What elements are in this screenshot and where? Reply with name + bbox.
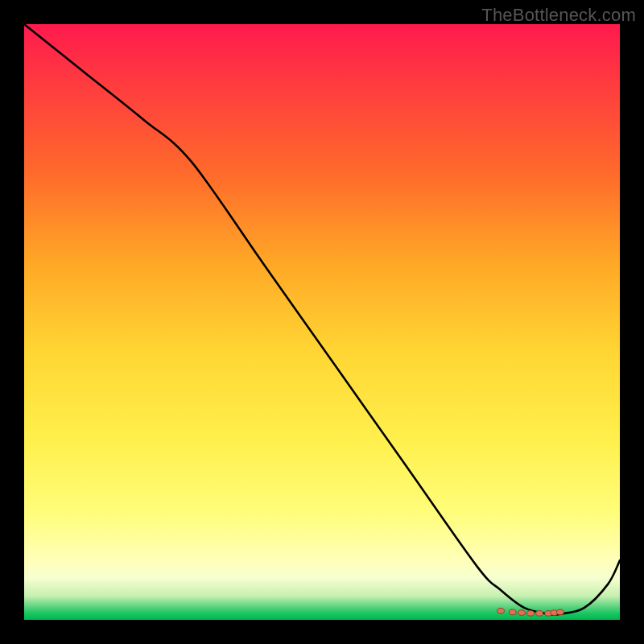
optimal-marker	[536, 611, 543, 617]
optimal-marker	[509, 609, 516, 615]
optimal-marker	[527, 611, 535, 617]
plot-area	[24, 24, 620, 620]
watermark-text: TheBottleneck.com	[481, 5, 636, 26]
optimal-marker	[557, 609, 564, 615]
optimal-marker	[518, 610, 525, 616]
optimal-marker	[497, 609, 505, 614]
marker-layer	[24, 24, 620, 620]
optimal-markers	[497, 609, 564, 617]
chart-container: TheBottleneck.com	[0, 0, 644, 644]
